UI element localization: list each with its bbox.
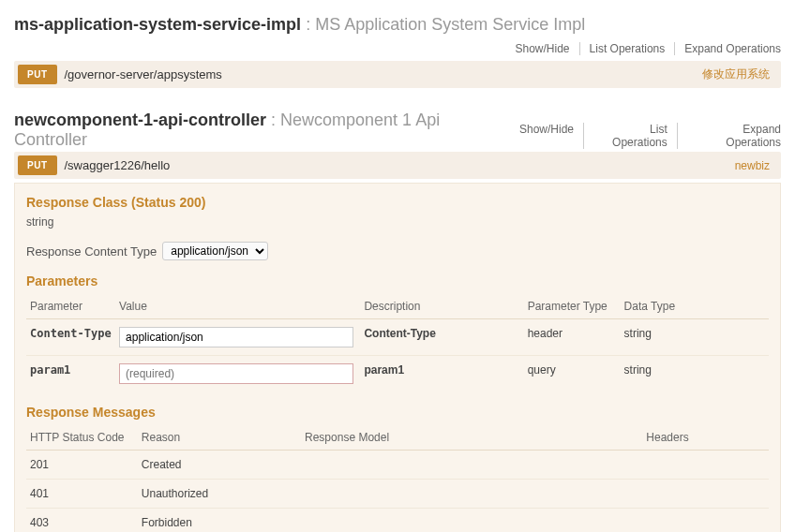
action-showhide[interactable]: Show/Hide (510, 123, 584, 149)
param-type: query (524, 356, 621, 392)
table-row: 201Created (26, 451, 769, 480)
method-badge: PUT (18, 65, 57, 84)
status-reason: Created (138, 451, 301, 480)
th-reason: Reason (138, 425, 301, 451)
action-list-ops[interactable]: List Operations (584, 123, 678, 149)
param-datatype: string (621, 356, 769, 392)
expanded-operation-panel: Response Class (Status 200) string Respo… (14, 183, 781, 532)
table-row: Content-TypeContent-Typeheaderstring (26, 319, 769, 356)
action-list-ops[interactable]: List Operations (580, 42, 676, 55)
status-code: 201 (26, 451, 138, 480)
response-class-heading: Response Class (Status 200) (26, 195, 769, 210)
th-response-model: Response Model (301, 425, 642, 451)
th-paramtype: Parameter Type (524, 294, 621, 319)
action-expand-ops[interactable]: Expand Operations (675, 42, 781, 55)
th-status-code: HTTP Status Code (26, 425, 138, 451)
section-header[interactable]: ms-application-system-service-impl : MS … (14, 9, 781, 37)
parameters-table: Parameter Value Description Parameter Ty… (26, 294, 769, 392)
endpoint-row[interactable]: PUT /swagger1226/hello newbiz (14, 152, 781, 179)
method-badge: PUT (18, 155, 57, 175)
status-reason: Forbidden (138, 509, 301, 533)
response-messages-heading: Response Messages (26, 405, 769, 420)
endpoint-path[interactable]: /swagger1226/hello (65, 153, 735, 178)
status-code: 401 (26, 480, 138, 509)
param-value-input[interactable] (119, 363, 353, 384)
param-desc: Content-Type (364, 327, 435, 340)
table-row: 401Unauthorized (26, 480, 769, 509)
endpoint-path[interactable]: /governor-server/appsystems (65, 62, 703, 87)
parameters-heading: Parameters (26, 273, 769, 288)
th-datatype: Data Type (621, 294, 769, 319)
endpoint-summary[interactable]: 修改应用系统 (702, 66, 781, 82)
section-actions: Show/Hide List Operations Expand Operati… (14, 37, 781, 61)
th-parameter: Parameter (26, 294, 115, 319)
section-header[interactable]: newcomponent-1-api-controller : Newcompo… (14, 105, 510, 152)
status-reason: Unauthorized (138, 480, 301, 509)
param-name: Content-Type (30, 327, 112, 340)
table-row: param1param1querystring (26, 356, 769, 392)
content-type-select[interactable]: application/json (162, 242, 268, 260)
section-actions: Show/Hide List Operations Expand Operati… (510, 117, 781, 152)
response-messages-table: HTTP Status Code Reason Response Model H… (26, 425, 769, 532)
section-desc: MS Application System Service Impl (315, 15, 585, 34)
param-value-input[interactable] (119, 327, 353, 347)
status-code: 403 (26, 509, 138, 533)
action-expand-ops[interactable]: Expand Operations (678, 123, 781, 149)
endpoint-summary[interactable]: newbiz (735, 159, 781, 172)
th-description: Description (360, 294, 523, 319)
param-desc: param1 (364, 363, 404, 377)
section-tag: newcomponent-1-api-controller (14, 111, 266, 129)
action-showhide[interactable]: Show/Hide (506, 42, 580, 55)
th-headers: Headers (642, 425, 769, 451)
content-type-label: Response Content Type (26, 244, 157, 259)
endpoint-row[interactable]: PUT /governor-server/appsystems 修改应用系统 (14, 61, 781, 88)
response-class-type: string (26, 215, 769, 229)
table-row: 403Forbidden (26, 509, 769, 533)
param-type: header (524, 319, 621, 356)
param-name: param1 (30, 363, 70, 377)
th-value: Value (115, 294, 360, 319)
param-datatype: string (621, 319, 769, 356)
section-tag: ms-application-system-service-impl (14, 15, 301, 34)
